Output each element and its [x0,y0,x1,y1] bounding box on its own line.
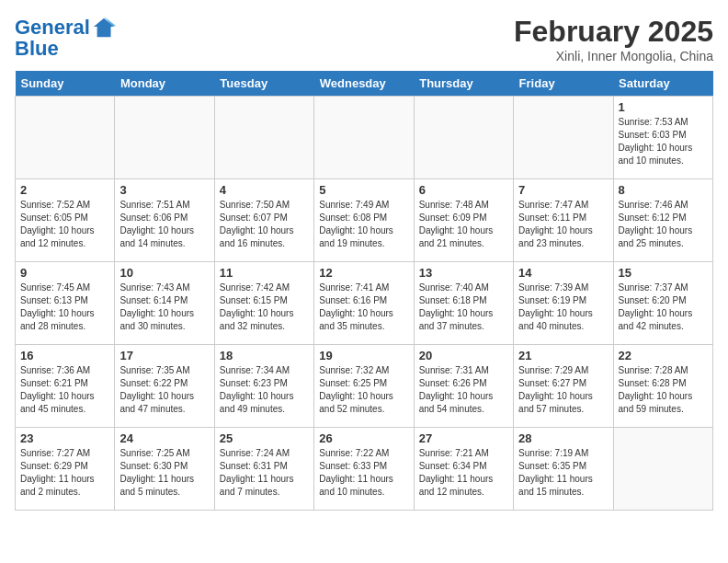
weekday-header: Tuesday [214,71,313,97]
weekday-header: Sunday [16,71,115,97]
calendar-cell: 12Sunrise: 7:41 AM Sunset: 6:16 PM Dayli… [314,262,414,345]
calendar-cell: 15Sunrise: 7:37 AM Sunset: 6:20 PM Dayli… [613,262,712,345]
day-number: 8 [619,183,708,197]
calendar-cell: 8Sunrise: 7:46 AM Sunset: 6:12 PM Daylig… [613,179,712,262]
day-number: 10 [119,266,209,280]
day-info: Sunrise: 7:34 AM Sunset: 6:23 PM Dayligh… [220,364,309,416]
calendar-table: SundayMondayTuesdayWednesdayThursdayFrid… [15,71,713,511]
day-info: Sunrise: 7:40 AM Sunset: 6:18 PM Dayligh… [419,282,508,333]
day-info: Sunrise: 7:43 AM Sunset: 6:14 PM Dayligh… [119,282,209,333]
calendar-cell: 9Sunrise: 7:45 AM Sunset: 6:13 PM Daylig… [16,262,115,345]
day-info: Sunrise: 7:29 AM Sunset: 6:27 PM Dayligh… [518,364,608,416]
calendar-cell [414,97,513,179]
day-number: 7 [518,183,608,197]
day-number: 15 [619,266,708,280]
calendar-cell: 19Sunrise: 7:32 AM Sunset: 6:25 PM Dayli… [314,345,414,428]
calendar-cell: 4Sunrise: 7:50 AM Sunset: 6:07 PM Daylig… [214,179,313,262]
day-number: 2 [20,183,109,197]
calendar-cell: 25Sunrise: 7:24 AM Sunset: 6:31 PM Dayli… [214,428,313,511]
calendar-cell: 26Sunrise: 7:22 AM Sunset: 6:33 PM Dayli… [314,428,414,511]
calendar-cell [314,97,414,179]
day-info: Sunrise: 7:53 AM Sunset: 6:03 PM Dayligh… [619,116,708,167]
calendar-cell: 20Sunrise: 7:31 AM Sunset: 6:26 PM Dayli… [414,345,513,428]
location: Xinli, Inner Mongolia, China [514,49,713,63]
calendar-cell: 10Sunrise: 7:43 AM Sunset: 6:14 PM Dayli… [115,262,214,345]
day-info: Sunrise: 7:42 AM Sunset: 6:15 PM Dayligh… [220,282,309,333]
day-info: Sunrise: 7:47 AM Sunset: 6:11 PM Dayligh… [518,199,608,250]
day-info: Sunrise: 7:28 AM Sunset: 6:28 PM Dayligh… [619,364,708,416]
day-number: 16 [20,349,109,362]
day-number: 20 [419,349,508,362]
weekday-header: Saturday [613,71,712,97]
day-number: 5 [319,183,408,197]
calendar-cell: 13Sunrise: 7:40 AM Sunset: 6:18 PM Dayli… [414,262,513,345]
calendar-cell: 2Sunrise: 7:52 AM Sunset: 6:05 PM Daylig… [16,179,115,262]
day-number: 18 [220,349,309,362]
day-number: 3 [119,183,209,197]
day-info: Sunrise: 7:37 AM Sunset: 6:20 PM Dayligh… [619,282,708,333]
calendar-cell [16,97,115,179]
day-info: Sunrise: 7:52 AM Sunset: 6:05 PM Dayligh… [20,199,109,250]
day-info: Sunrise: 7:39 AM Sunset: 6:19 PM Dayligh… [518,282,608,333]
day-number: 9 [20,266,109,280]
day-info: Sunrise: 7:24 AM Sunset: 6:31 PM Dayligh… [220,447,309,499]
calendar-cell: 21Sunrise: 7:29 AM Sunset: 6:27 PM Dayli… [514,345,613,428]
day-number: 22 [619,349,708,362]
svg-marker-0 [94,18,114,38]
day-info: Sunrise: 7:35 AM Sunset: 6:22 PM Dayligh… [119,364,209,416]
logo-icon [92,15,118,40]
calendar-cell: 6Sunrise: 7:48 AM Sunset: 6:09 PM Daylig… [414,179,513,262]
calendar-cell: 18Sunrise: 7:34 AM Sunset: 6:23 PM Dayli… [214,345,313,428]
day-info: Sunrise: 7:22 AM Sunset: 6:33 PM Dayligh… [319,447,408,499]
weekday-header: Wednesday [314,71,414,97]
logo: General Blue [15,15,118,61]
day-info: Sunrise: 7:21 AM Sunset: 6:34 PM Dayligh… [419,447,508,499]
calendar-cell [514,97,613,179]
calendar-cell: 17Sunrise: 7:35 AM Sunset: 6:22 PM Dayli… [115,345,214,428]
day-info: Sunrise: 7:50 AM Sunset: 6:07 PM Dayligh… [220,199,309,250]
day-info: Sunrise: 7:32 AM Sunset: 6:25 PM Dayligh… [319,364,408,416]
day-number: 14 [518,266,608,280]
day-number: 6 [419,183,508,197]
day-info: Sunrise: 7:48 AM Sunset: 6:09 PM Dayligh… [419,199,508,250]
calendar-cell: 27Sunrise: 7:21 AM Sunset: 6:34 PM Dayli… [414,428,513,511]
calendar-cell: 22Sunrise: 7:28 AM Sunset: 6:28 PM Dayli… [613,345,712,428]
day-number: 23 [20,431,109,445]
weekday-header: Monday [115,71,214,97]
weekday-header: Friday [514,71,613,97]
day-number: 27 [419,431,508,445]
day-number: 26 [319,431,408,445]
calendar-cell [214,97,313,179]
day-info: Sunrise: 7:51 AM Sunset: 6:06 PM Dayligh… [119,199,209,250]
day-info: Sunrise: 7:45 AM Sunset: 6:13 PM Dayligh… [20,282,109,333]
page-header: General Blue February 2025 Xinli, Inner … [15,15,713,63]
calendar-cell [115,97,214,179]
calendar-cell: 7Sunrise: 7:47 AM Sunset: 6:11 PM Daylig… [514,179,613,262]
day-number: 19 [319,349,408,362]
title-area: February 2025 Xinli, Inner Mongolia, Chi… [514,15,713,63]
day-number: 12 [319,266,408,280]
day-number: 21 [518,349,608,362]
day-info: Sunrise: 7:19 AM Sunset: 6:35 PM Dayligh… [518,447,608,499]
day-number: 13 [419,266,508,280]
weekday-header: Thursday [414,71,513,97]
calendar-cell: 3Sunrise: 7:51 AM Sunset: 6:06 PM Daylig… [115,179,214,262]
logo-text: General [15,17,90,39]
day-number: 4 [220,183,309,197]
day-number: 17 [119,349,209,362]
calendar-cell: 5Sunrise: 7:49 AM Sunset: 6:08 PM Daylig… [314,179,414,262]
day-info: Sunrise: 7:49 AM Sunset: 6:08 PM Dayligh… [319,199,408,250]
month-title: February 2025 [514,15,713,49]
day-number: 28 [518,431,608,445]
calendar-cell: 11Sunrise: 7:42 AM Sunset: 6:15 PM Dayli… [214,262,313,345]
calendar-cell: 23Sunrise: 7:27 AM Sunset: 6:29 PM Dayli… [16,428,115,511]
calendar-cell: 16Sunrise: 7:36 AM Sunset: 6:21 PM Dayli… [16,345,115,428]
day-number: 24 [119,431,209,445]
calendar-cell: 28Sunrise: 7:19 AM Sunset: 6:35 PM Dayli… [514,428,613,511]
day-number: 1 [619,100,708,114]
day-info: Sunrise: 7:41 AM Sunset: 6:16 PM Dayligh… [319,282,408,333]
day-info: Sunrise: 7:25 AM Sunset: 6:30 PM Dayligh… [119,447,209,499]
calendar-cell: 14Sunrise: 7:39 AM Sunset: 6:19 PM Dayli… [514,262,613,345]
day-info: Sunrise: 7:27 AM Sunset: 6:29 PM Dayligh… [20,447,109,499]
calendar-cell [613,428,712,511]
